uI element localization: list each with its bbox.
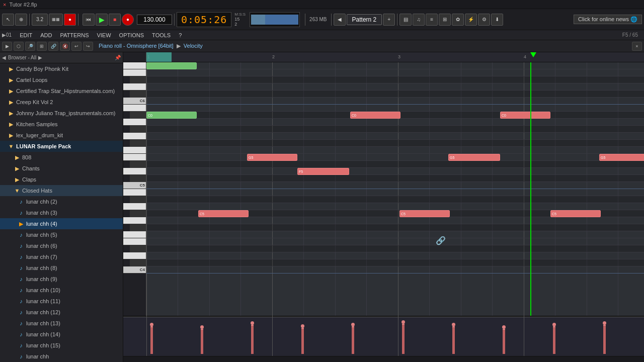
sidebar-item-johnny[interactable]: ▶ Johnny Juliano Trap_ipstrumentals.com): [0, 108, 123, 119]
pr-mute-btn[interactable]: 🔇: [60, 42, 70, 51]
play-btn[interactable]: ▶: [96, 14, 108, 26]
playhead-marker[interactable]: [530, 52, 536, 57]
sidebar-item-chh4[interactable]: ▶ lunar chh (4): [0, 218, 123, 229]
sidebar-item-chh15[interactable]: ♪ lunar chh (15): [0, 340, 123, 351]
sidebar-item-lex-luger[interactable]: ▶ lex_luger_drum_kit: [0, 130, 123, 141]
rewind-btn[interactable]: ⏮: [83, 14, 95, 26]
news-btn[interactable]: Click for online news 🌐: [574, 15, 642, 24]
sidebar-item-chh3[interactable]: ♪ lunar chh (3): [0, 207, 123, 218]
velocity-dot-1[interactable]: [200, 325, 204, 329]
piano-key-b4[interactable]: [123, 189, 146, 196]
close-button[interactable]: ×: [3, 2, 6, 8]
menu-edit[interactable]: EDIT: [16, 31, 36, 39]
velocity-dot-9[interactable]: [603, 321, 606, 325]
snap-btn[interactable]: ▦▦: [49, 14, 63, 26]
velocity-dot-8[interactable]: [552, 323, 556, 326]
velocity-dot-4[interactable]: [351, 323, 355, 326]
note-g5-3[interactable]: G5: [599, 154, 644, 161]
pr-redo-btn[interactable]: ↪: [83, 42, 93, 51]
add-pattern-btn[interactable]: +: [383, 14, 395, 26]
browser-pin-icon[interactable]: 📌: [115, 55, 121, 60]
piano-key-d4[interactable]: [123, 252, 146, 259]
pr-arrow-btn[interactable]: ▶: [2, 42, 12, 51]
piano-key-g5[interactable]: [123, 133, 146, 140]
sidebar-item-cartel-loops[interactable]: ▶ Cartel Loops: [0, 74, 123, 85]
piano-key-b5[interactable]: [123, 105, 146, 112]
mixer-btn[interactable]: ▤: [399, 14, 412, 26]
piano-key-g4[interactable]: [123, 217, 146, 224]
quantize-btn[interactable]: 3.2: [32, 14, 48, 26]
sidebar-item-chh8[interactable]: ♪ lunar chh (8): [0, 262, 123, 274]
tool-zoom[interactable]: ⊕: [15, 14, 27, 26]
plugin-picker-btn[interactable]: ✿: [452, 14, 464, 26]
sidebar-item-chants[interactable]: ▶ Chants: [0, 163, 123, 174]
piano-key-fs5[interactable]: [130, 140, 146, 147]
record-type-btn[interactable]: ●: [64, 14, 76, 26]
multilink-btn[interactable]: ⚙: [478, 14, 490, 26]
piano-key-e6[interactable]: [123, 69, 146, 76]
pr-close-btn[interactable]: ×: [632, 42, 642, 51]
piano-key-a5[interactable]: [123, 119, 146, 126]
channel-btn[interactable]: ≡: [426, 14, 438, 26]
piano-key-d5[interactable]: [123, 168, 146, 175]
browser-forward-icon[interactable]: ▶: [38, 55, 42, 60]
menu-help[interactable]: ?: [175, 31, 186, 39]
sidebar-item-claps[interactable]: ▶ Claps: [0, 174, 123, 185]
piano-key-ds6[interactable]: [130, 76, 146, 83]
sidebar-item-kitchen[interactable]: ▶ Kitchen Samples: [0, 119, 123, 130]
sidebar-item-candy-boy[interactable]: ▶ Candy Boy Phonk Kit: [0, 63, 123, 74]
sidebar-item-chh14[interactable]: ♪ lunar chh (14): [0, 329, 123, 340]
tool-cursor[interactable]: ↖: [2, 14, 14, 26]
velocity-dot-0[interactable]: [150, 323, 153, 326]
stop-btn[interactable]: ■: [109, 14, 121, 26]
piano-key-gs5[interactable]: [130, 126, 146, 133]
piano-key-f4[interactable]: [123, 231, 146, 238]
sidebar-item-808[interactable]: ▶ 808: [0, 152, 123, 163]
piano-key-gs4[interactable]: [130, 210, 146, 217]
sidebar-item-closed-hats[interactable]: ▼ Closed Hats: [0, 185, 123, 196]
piano-key-c4[interactable]: C4: [123, 266, 146, 274]
piano-key-f5[interactable]: [123, 147, 146, 154]
sidebar-item-chh10[interactable]: ♪ lunar chh (10): [0, 285, 123, 296]
note-g5-1[interactable]: G5: [247, 154, 297, 161]
note-c5-3[interactable]: C5: [550, 210, 601, 217]
piano-key-a4[interactable]: [123, 203, 146, 210]
piano-key-fs4[interactable]: [130, 224, 146, 231]
sidebar-item-creep-kit[interactable]: ▶ Creep Kit Vol 2: [0, 97, 123, 108]
sidebar-item-chh9[interactable]: ♪ lunar chh (9): [0, 274, 123, 285]
note-f6[interactable]: [146, 62, 197, 69]
prev-pattern-btn[interactable]: ◀: [334, 14, 346, 26]
pr-zoom-btn[interactable]: 🔎: [25, 42, 35, 51]
browser-btn[interactable]: ⊞: [439, 14, 451, 26]
pr-quantize-btn[interactable]: ⊞: [37, 42, 47, 51]
sidebar-item-chh[interactable]: ♪ lunar chh: [0, 351, 123, 362]
pr-title-main[interactable]: Piano roll - Omnisphere [64bit]: [99, 43, 174, 49]
note-f5-1[interactable]: F5: [297, 168, 349, 175]
menu-add[interactable]: ADD: [36, 31, 56, 39]
sidebar-item-chh13[interactable]: ♪ lunar chh (13): [0, 318, 123, 329]
velocity-dot-5[interactable]: [401, 320, 405, 324]
sidebar-item-certified-trap[interactable]: ▶ Certified Trap Star_Hipstrumentals.com…: [0, 85, 123, 97]
menu-tools[interactable]: TOOLS: [148, 31, 175, 39]
note-g5-2[interactable]: G5: [448, 154, 500, 161]
piano-keyboard[interactable]: C6C5C4: [123, 62, 146, 316]
sidebar-item-chh6[interactable]: ♪ lunar chh (6): [0, 240, 123, 251]
piano-key-f6[interactable]: [123, 62, 146, 69]
velocity-dot-7[interactable]: [502, 325, 506, 329]
sidebar-item-lunar[interactable]: ▼ LUNAR Sample Pack: [0, 141, 123, 152]
menu-options[interactable]: OPTIONS: [115, 31, 148, 39]
piano-roll-grid[interactable]: C0 C0 C0 C0 G5 G5 G5: [146, 62, 644, 316]
velocity-dot-6[interactable]: [452, 323, 455, 326]
pr-velocity-link[interactable]: Velocity: [184, 43, 203, 49]
piano-key-cs5[interactable]: [130, 175, 146, 182]
piano-key-ds4[interactable]: [130, 245, 146, 252]
note-c5-1[interactable]: C5: [198, 210, 249, 217]
piano-key-c6[interactable]: C6: [123, 98, 146, 105]
piano-roll-btn[interactable]: ♫: [413, 14, 425, 26]
pr-select-btn[interactable]: ⬡: [14, 42, 24, 51]
velocity-dot-3[interactable]: [301, 324, 304, 328]
piano-key-e4[interactable]: [123, 238, 146, 245]
record-btn[interactable]: ●: [122, 14, 134, 26]
pr-measures-bar[interactable]: 1 2 3 4: [146, 52, 644, 62]
piano-key-as5[interactable]: [130, 112, 146, 119]
